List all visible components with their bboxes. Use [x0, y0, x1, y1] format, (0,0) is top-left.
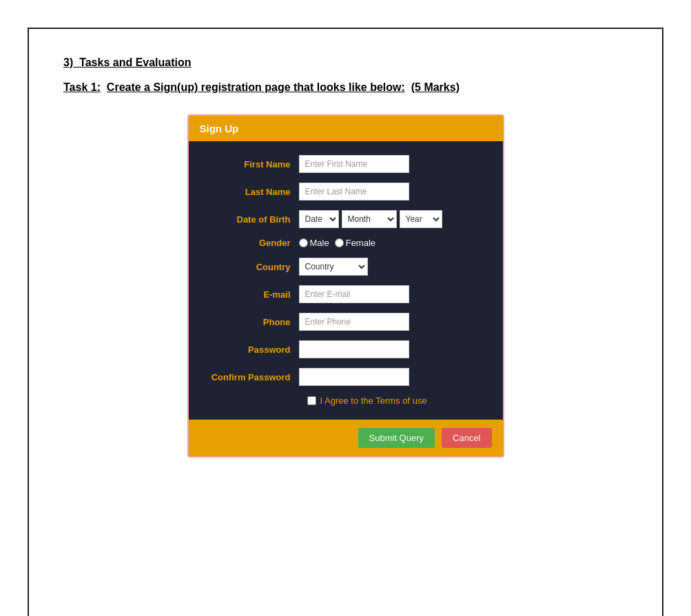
dob-year-select[interactable]: Year — [400, 210, 442, 228]
page-container: 3) Tasks and Evaluation Task 1: Create a… — [28, 28, 663, 616]
dob-month-select[interactable]: Month — [342, 210, 397, 228]
first-name-label: First Name — [203, 159, 299, 170]
signup-box: Sign Up First Name Last Name Date of Bir… — [187, 114, 504, 458]
email-label: E-mail — [203, 289, 299, 300]
first-name-input[interactable] — [299, 155, 409, 173]
gender-male-label: Male — [310, 238, 329, 248]
country-label: Country — [203, 262, 299, 272]
terms-row: I Agree to the Terms of use — [203, 396, 489, 406]
email-row: E-mail — [203, 285, 489, 303]
dob-selects: Date Month Year — [299, 210, 442, 228]
last-name-label: Last Name — [203, 187, 299, 197]
signup-body: First Name Last Name Date of Birth Date — [189, 141, 503, 420]
gender-row: Gender Male Female — [203, 238, 489, 248]
email-input[interactable] — [299, 285, 409, 303]
gender-female-label: Female — [346, 238, 375, 248]
signup-footer: Submit Query Cancel — [189, 420, 503, 456]
signup-header: Sign Up — [189, 116, 503, 141]
country-select[interactable]: Country — [299, 258, 368, 276]
dob-row: Date of Birth Date Month Year — [203, 210, 489, 228]
confirm-password-label: Confirm Password — [203, 372, 299, 382]
confirm-password-input[interactable] — [299, 368, 409, 386]
cancel-button[interactable]: Cancel — [442, 428, 491, 448]
password-input[interactable] — [299, 340, 409, 358]
password-label: Password — [203, 345, 299, 355]
gender-male-option[interactable]: Male — [299, 238, 329, 248]
phone-label: Phone — [203, 317, 299, 327]
gender-female-option[interactable]: Female — [335, 238, 375, 248]
submit-button[interactable]: Submit Query — [358, 428, 435, 448]
confirm-password-row: Confirm Password — [203, 368, 489, 386]
last-name-input[interactable] — [299, 183, 409, 201]
first-name-row: First Name — [203, 155, 489, 173]
gender-options: Male Female — [299, 238, 376, 248]
gender-label: Gender — [203, 238, 299, 248]
terms-label[interactable]: I Agree to the Terms of use — [307, 396, 427, 406]
password-row: Password — [203, 340, 489, 358]
gender-female-radio[interactable] — [335, 238, 344, 247]
country-row: Country Country — [203, 258, 489, 276]
signup-title: Sign Up — [200, 123, 239, 134]
phone-row: Phone — [203, 313, 489, 331]
dob-label: Date of Birth — [203, 214, 299, 225]
form-wrapper: Sign Up First Name Last Name Date of Bir… — [63, 114, 628, 458]
task-heading: Task 1: Create a Sign(up) registration p… — [63, 81, 628, 94]
terms-checkbox[interactable] — [307, 396, 316, 405]
gender-male-radio[interactable] — [299, 238, 308, 247]
section-heading: 3) Tasks and Evaluation — [63, 57, 628, 69]
terms-text: I Agree to the Terms of use — [320, 396, 427, 406]
phone-input[interactable] — [299, 313, 409, 331]
dob-date-select[interactable]: Date — [299, 210, 339, 228]
last-name-row: Last Name — [203, 183, 489, 201]
